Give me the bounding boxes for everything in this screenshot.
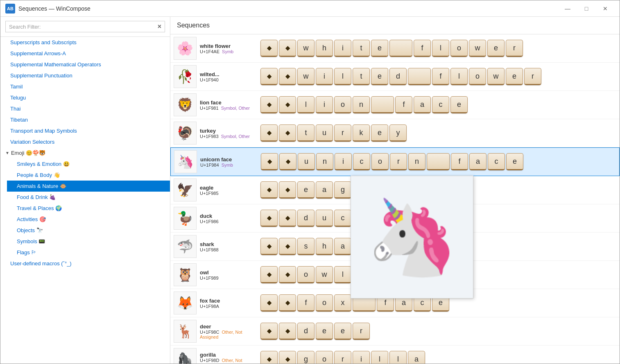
- sequences-list[interactable]: 🌸 white flower U+1F4AE Symb ◆ ◆ w h i t …: [170, 34, 620, 364]
- table-row[interactable]: 🌸 white flower U+1F4AE Symb ◆ ◆ w h i t …: [170, 34, 620, 63]
- sidebar-item-people[interactable]: People & Body 👋: [7, 170, 170, 181]
- seq-name: gorilla: [200, 352, 257, 358]
- seq-info: wilted... U+1F940: [200, 71, 257, 82]
- main-window: AB Sequences — WinCompose — □ ✕ × Supers…: [0, 0, 620, 364]
- seq-name: shark: [200, 241, 257, 247]
- key: e: [450, 96, 468, 113]
- key: f: [297, 294, 315, 312]
- key: ◆: [260, 294, 278, 312]
- seq-name: fox face: [200, 298, 257, 304]
- sidebar-item-supp-punct[interactable]: Supplemental Punctuation: [0, 70, 170, 81]
- sidebar-item-symbols[interactable]: Symbols 📟: [7, 236, 170, 247]
- sidebar-item-telugu[interactable]: Telugu: [0, 92, 170, 103]
- key: ◆: [260, 238, 278, 255]
- sidebar-item-animals[interactable]: Animals & Nature 🐵: [7, 181, 170, 192]
- keys-row: ◆ ◆ w h i t e f l o w e r: [260, 40, 616, 57]
- emoji-icon: 🌸: [174, 37, 197, 60]
- seq-info: eagle U+1F985: [200, 185, 257, 196]
- table-row[interactable]: 🦍 gorilla U+1F98D Other, Not Assigned ◆ …: [170, 346, 620, 364]
- key: f: [432, 68, 449, 85]
- seq-name: turkey: [200, 128, 257, 134]
- table-row[interactable]: 🦁 lion face U+1F981 Symbol, Other ◆ ◆ l …: [170, 91, 620, 119]
- keys-row: ◆ ◆ w i l t e d f l o w e r: [260, 68, 616, 85]
- seq-code: U+1F98A: [200, 304, 257, 309]
- key: w: [487, 68, 505, 85]
- seq-code: U+1F985: [200, 191, 257, 196]
- seq-info: owl U+1F989: [200, 269, 257, 280]
- key: d: [297, 323, 315, 340]
- sidebar-item-thai[interactable]: Thai: [0, 103, 170, 114]
- sidebar-item-supp-math[interactable]: Supplemental Mathematical Operators: [0, 59, 170, 70]
- sidebar-item-variation[interactable]: Variation Selectors: [0, 136, 170, 147]
- search-input[interactable]: [9, 24, 158, 30]
- key: i: [316, 68, 333, 85]
- right-header: Sequences: [170, 17, 620, 34]
- key: s: [297, 238, 315, 255]
- key: e: [297, 181, 315, 199]
- window-controls: — □ ✕: [558, 2, 615, 15]
- key: ◆: [279, 181, 296, 199]
- key: g: [297, 351, 315, 364]
- seq-name: wilted...: [200, 71, 257, 77]
- key: d: [297, 210, 315, 227]
- key: l: [389, 351, 407, 364]
- table-row[interactable]: 🦌 deer U+1F98C Other, Not Assigned ◆ ◆ d…: [170, 317, 620, 346]
- key: i: [334, 40, 351, 57]
- key: c: [488, 153, 505, 170]
- key: a: [316, 181, 333, 199]
- sidebar-item-smileys[interactable]: Smileys & Emotion 😃: [7, 158, 170, 170]
- sidebar-item-activities[interactable]: Activities 🎯: [7, 214, 170, 225]
- key: o: [316, 351, 333, 364]
- sidebar-item-flags[interactable]: Flags 🏳: [7, 247, 170, 258]
- search-bar: ×: [0, 17, 170, 37]
- sidebar-item-tamil[interactable]: Tamil: [0, 81, 170, 92]
- sidebar-item-travel[interactable]: Travel & Places 🌍: [7, 203, 170, 214]
- popup-emoji: 🦄: [366, 200, 458, 274]
- seq-code: U+1F98D Other, Not Assigned: [200, 358, 257, 364]
- key: l: [371, 351, 388, 364]
- key: i: [353, 351, 370, 364]
- seq-code: U+1F983 Symbol, Other: [200, 134, 257, 139]
- key: ◆: [279, 294, 296, 312]
- key: o: [297, 266, 315, 283]
- key: o: [450, 40, 468, 57]
- sidebar-item-transport[interactable]: Transport and Map Symbols: [0, 125, 170, 136]
- sidebar-item-superscripts[interactable]: Superscripts and Subscripts: [0, 37, 170, 48]
- seq-code: U+1F989: [200, 276, 257, 280]
- key: l: [334, 266, 351, 283]
- seq-name: deer: [200, 323, 257, 330]
- emoji-children: Smileys & Emotion 😃 People & Body 👋 Anim…: [0, 158, 170, 258]
- key: f: [414, 40, 431, 57]
- key: r: [334, 351, 351, 364]
- close-button[interactable]: ✕: [596, 2, 615, 15]
- key: ◆: [279, 124, 296, 142]
- maximize-button[interactable]: □: [577, 2, 596, 15]
- minimize-button[interactable]: —: [558, 2, 577, 15]
- emoji-icon: 🦁: [174, 93, 197, 116]
- key: ◆: [279, 323, 296, 340]
- seq-info: fox face U+1F98A: [200, 298, 257, 309]
- sidebar-item-objects[interactable]: Objects 🔭: [7, 225, 170, 236]
- search-clear-button[interactable]: ×: [158, 23, 161, 30]
- window-title: Sequences — WinCompose: [18, 5, 558, 12]
- table-row[interactable]: 🦃 turkey U+1F983 Symbol, Other ◆ ◆ t u r…: [170, 119, 620, 147]
- key: f: [451, 153, 468, 170]
- sidebar-item-food[interactable]: Food & Drink 🍇: [7, 192, 170, 203]
- search-input-wrap[interactable]: ×: [5, 21, 165, 32]
- emoji-group[interactable]: ▼ Emoji 😊🍄🐯: [0, 147, 170, 158]
- sidebar-item-tibetan[interactable]: Tibetan: [0, 114, 170, 125]
- key: l: [334, 68, 351, 85]
- key: e: [506, 153, 523, 170]
- key: ◆: [261, 153, 278, 170]
- seq-name: owl: [200, 269, 257, 276]
- seq-info: unicorn face U+1F984 Symb: [200, 156, 258, 167]
- sidebar-item-user-macros[interactable]: User-defined macros (˘°_): [0, 258, 170, 269]
- key: o: [371, 153, 389, 170]
- table-row-unicorn[interactable]: 🦄 unicorn face U+1F984 Symb ◆ ◆ u n i c …: [170, 147, 620, 176]
- seq-code: U+1F984 Symb: [200, 163, 258, 167]
- key: [389, 40, 412, 57]
- table-row[interactable]: 🥀 wilted... U+1F940 ◆ ◆ w i l t e d: [170, 63, 620, 91]
- emoji-icon: 🦊: [174, 292, 197, 314]
- key: w: [297, 68, 315, 85]
- sidebar-item-supp-arrows[interactable]: Supplemental Arrows-A: [0, 48, 170, 59]
